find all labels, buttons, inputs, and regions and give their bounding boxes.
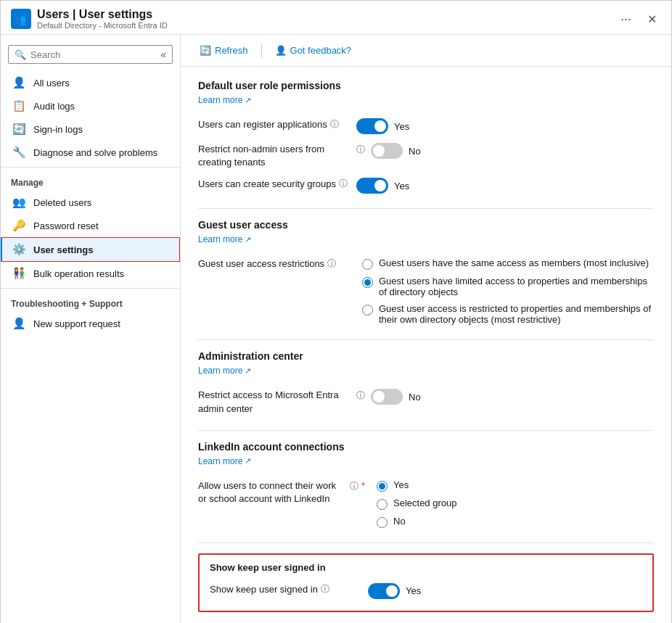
sidebar-item-password-reset[interactable]: 🔑 Password reset <box>1 214 180 237</box>
security-groups-info-icon[interactable]: ⓘ <box>339 178 348 190</box>
new-support-icon: 👤 <box>12 317 26 330</box>
linkedin-option-no[interactable]: No <box>377 516 456 528</box>
sidebar-item-deleted-users[interactable]: 👥 Deleted users <box>1 191 180 214</box>
keep-signed-in-info-icon[interactable]: ⓘ <box>321 583 329 595</box>
guest-access-learn-more[interactable]: Learn more ↗ <box>198 234 251 244</box>
manage-section-label: Manage <box>1 170 180 191</box>
user-settings-icon: ⚙️ <box>12 243 26 256</box>
audit-logs-icon: 📋 <box>12 99 26 112</box>
toolbar-separator <box>261 44 262 58</box>
register-apps-toggle[interactable] <box>356 118 388 134</box>
restrict-tenants-label: Restrict non-admin users from creating t… <box>198 143 365 169</box>
feedback-button[interactable]: 👤 Got feedback? <box>271 42 356 59</box>
restrict-entra-info-icon[interactable]: ⓘ <box>356 389 365 402</box>
feedback-icon: 👤 <box>275 45 287 56</box>
divider-3 <box>198 430 654 431</box>
sidebar-label-sign-in-logs: Sign-in logs <box>33 124 83 135</box>
password-reset-icon: 🔑 <box>12 219 26 232</box>
guest-restrictions-label: Guest user access restrictions ⓘ <box>198 257 351 270</box>
guest-radio-2[interactable] <box>362 305 373 315</box>
title-bar: 👥 Users | User settings Default Director… <box>1 1 671 35</box>
linkedin-external-link-icon: ↗ <box>245 456 251 466</box>
keep-signed-in-toggle[interactable] <box>368 583 400 599</box>
linkedin-radio-group: Yes Selected group No <box>377 479 456 528</box>
close-button[interactable]: ✕ <box>643 11 661 28</box>
default-role-title: Default user role permissions <box>198 80 654 91</box>
restrict-entra-toggle[interactable] <box>371 389 403 405</box>
admin-external-link-icon: ↗ <box>245 366 251 376</box>
sidebar-label-all-users: All users <box>33 78 70 88</box>
restrict-entra-label: Restrict access to Microsoft Entra admin… <box>198 389 365 415</box>
restrict-tenants-toggle[interactable] <box>371 143 403 159</box>
guest-radio-0[interactable] <box>362 259 373 270</box>
linkedin-radio-group-opt[interactable] <box>377 499 388 510</box>
deleted-users-icon: 👥 <box>12 196 26 209</box>
linkedin-title: LinkedIn account connections <box>198 441 654 453</box>
window-title: Users | User settings <box>37 8 615 21</box>
security-groups-control: Yes <box>356 178 409 194</box>
sidebar-label-new-support: New support request <box>33 318 120 329</box>
security-groups-value: Yes <box>394 181 409 191</box>
diagnose-icon: 🔧 <box>12 146 26 159</box>
sidebar-label-audit-logs: Audit logs <box>33 101 75 112</box>
security-groups-row: Users can create security groups ⓘ Yes <box>198 173 654 198</box>
guest-access-radio-group: Guest users have the same access as memb… <box>362 257 654 325</box>
register-apps-row: Users can register applications ⓘ Yes <box>198 114 654 139</box>
sidebar-item-all-users[interactable]: 👤 All users <box>1 71 180 94</box>
sidebar-item-bulk-operations[interactable]: 👫 Bulk operation results <box>1 262 180 285</box>
settings-content: Default user role permissions Learn more… <box>181 67 671 623</box>
keep-signed-in-section: Show keep user signed in Show keep user … <box>198 553 654 612</box>
bulk-operations-icon: 👫 <box>12 267 26 280</box>
admin-center-section: Administration center Learn more ↗ Restr… <box>198 350 654 419</box>
sidebar-item-sign-in-logs[interactable]: 🔄 Sign-in logs <box>1 117 180 141</box>
linkedin-allow-label: Allow users to connect their work or sch… <box>198 479 365 506</box>
guest-access-title: Guest user access <box>198 219 654 231</box>
linkedin-learn-more[interactable]: Learn more ↗ <box>198 456 251 466</box>
refresh-button[interactable]: 🔄 Refresh <box>195 42 253 59</box>
keep-signed-in-control: Yes <box>368 583 421 599</box>
security-groups-toggle[interactable] <box>356 178 388 194</box>
default-role-learn-more[interactable]: Learn more ↗ <box>198 95 251 105</box>
guest-access-option-2[interactable]: Guest user access is restricted to prope… <box>362 303 654 325</box>
linkedin-option-group[interactable]: Selected group <box>377 498 456 510</box>
guest-restrictions-row: Guest user access restrictions ⓘ Guest u… <box>198 253 654 329</box>
guest-radio-1[interactable] <box>362 277 373 288</box>
admin-center-learn-more[interactable]: Learn more ↗ <box>198 366 251 376</box>
feedback-label: Got feedback? <box>290 45 352 56</box>
sidebar-label-diagnose: Diagnose and solve problems <box>33 147 157 158</box>
guest-external-link-icon: ↗ <box>245 235 251 244</box>
sidebar-item-audit-logs[interactable]: 📋 Audit logs <box>1 94 180 117</box>
collapse-sidebar-button[interactable]: « <box>160 49 166 60</box>
divider-4 <box>198 542 654 543</box>
window-subtitle: Default Directory - Microsoft Entra ID <box>37 21 615 30</box>
linkedin-info-icon[interactable]: ⓘ <box>350 480 358 492</box>
linkedin-radio-no[interactable] <box>377 517 388 528</box>
linkedin-option-yes[interactable]: Yes <box>377 479 456 492</box>
sidebar-divider-1 <box>1 167 180 168</box>
sidebar-item-new-support[interactable]: 👤 New support request <box>1 312 180 335</box>
main-layout: 🔍 « 👤 All users 📋 Audit logs 🔄 Sign-in l… <box>1 35 671 623</box>
sidebar-item-user-settings[interactable]: ⚙️ User settings <box>1 237 180 262</box>
divider-2 <box>198 339 654 340</box>
restrict-tenants-control: No <box>371 143 421 159</box>
keep-signed-in-title: Show keep user signed in <box>210 562 642 573</box>
sidebar-divider-2 <box>1 288 180 289</box>
linkedin-radio-yes[interactable] <box>377 481 388 492</box>
register-apps-label: Users can register applications ⓘ <box>198 118 351 131</box>
sidebar: 🔍 « 👤 All users 📋 Audit logs 🔄 Sign-in l… <box>1 35 181 623</box>
restrict-entra-row: Restrict access to Microsoft Entra admin… <box>198 384 654 419</box>
restrict-tenants-info-icon[interactable]: ⓘ <box>356 144 365 156</box>
more-options-button[interactable]: ··· <box>620 12 631 27</box>
linkedin-asterisk: * <box>361 479 365 492</box>
guest-access-option-1[interactable]: Guest users have limited access to prope… <box>362 276 654 297</box>
register-apps-info-icon[interactable]: ⓘ <box>330 118 339 131</box>
sidebar-item-diagnose[interactable]: 🔧 Diagnose and solve problems <box>1 141 180 164</box>
restrict-tenants-row: Restrict non-admin users from creating t… <box>198 139 654 173</box>
search-input[interactable] <box>30 49 153 60</box>
app-icon: 👥 <box>11 9 31 29</box>
guest-access-option-0[interactable]: Guest users have the same access as memb… <box>362 257 654 270</box>
keep-signed-in-label: Show keep user signed in ⓘ <box>210 583 362 595</box>
guest-restrictions-info-icon[interactable]: ⓘ <box>327 257 336 270</box>
sign-in-logs-icon: 🔄 <box>12 123 26 136</box>
restrict-entra-control: No <box>371 389 421 405</box>
